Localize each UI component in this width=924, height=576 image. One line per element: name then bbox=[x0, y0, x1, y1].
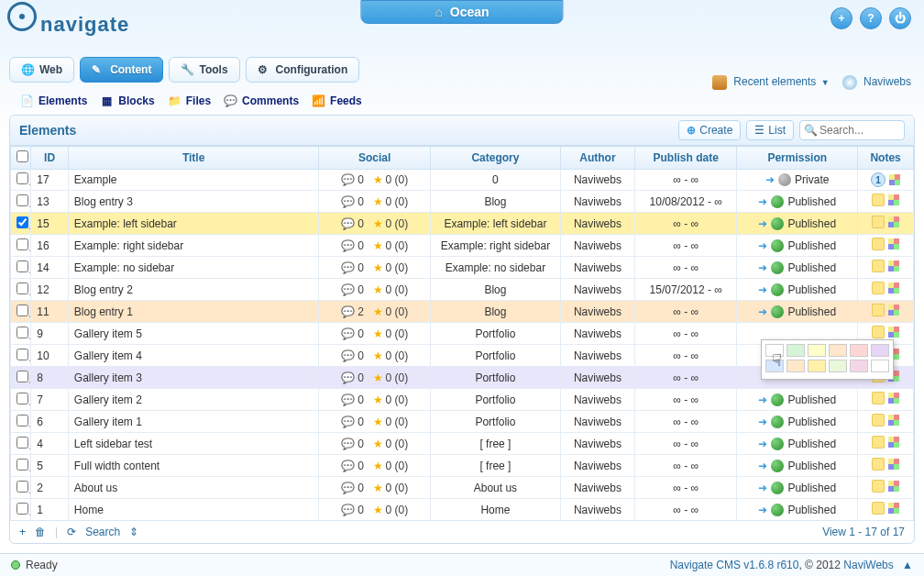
add-button[interactable]: + bbox=[830, 7, 852, 29]
note-icon[interactable] bbox=[872, 414, 885, 426]
color-grid-icon[interactable] bbox=[888, 327, 899, 338]
table-row[interactable]: 11Blog entry 1💬 2 ★ 0 (0)BlogNaviwebs∞ -… bbox=[11, 301, 914, 323]
color-swatch[interactable] bbox=[871, 360, 889, 372]
pager-delete[interactable]: 🗑 bbox=[35, 526, 46, 538]
color-swatch[interactable] bbox=[871, 344, 889, 357]
row-checkbox[interactable] bbox=[16, 415, 28, 426]
subtab-files[interactable]: 📁Files bbox=[168, 94, 211, 107]
color-swatch[interactable] bbox=[829, 344, 847, 357]
create-button[interactable]: ⊕ Create bbox=[678, 120, 741, 140]
note-icon[interactable] bbox=[872, 194, 885, 206]
note-badge[interactable]: 1 bbox=[871, 172, 886, 187]
site-title[interactable]: ⌂ Ocean bbox=[360, 0, 563, 24]
list-button[interactable]: ☰ List bbox=[746, 120, 794, 140]
help-button[interactable]: ? bbox=[860, 7, 882, 29]
col-Permission[interactable]: Permission bbox=[737, 147, 858, 170]
color-swatch[interactable] bbox=[765, 360, 784, 372]
version-link[interactable]: Navigate CMS v1.6.8 r610 bbox=[670, 559, 799, 571]
table-row[interactable]: 16Example: right sidebar💬 0 ★ 0 (0)Examp… bbox=[11, 235, 914, 257]
col-Author[interactable]: Author bbox=[560, 147, 634, 170]
color-swatch[interactable] bbox=[786, 360, 805, 372]
row-checkbox[interactable] bbox=[16, 371, 28, 382]
row-checkbox[interactable] bbox=[16, 327, 28, 338]
color-palette[interactable] bbox=[761, 339, 894, 380]
tab-tools[interactable]: 🔧Tools bbox=[169, 57, 239, 83]
color-grid-icon[interactable] bbox=[888, 260, 899, 271]
row-checkbox[interactable] bbox=[16, 305, 28, 316]
cell-title[interactable]: Gallery item 5 bbox=[68, 323, 319, 345]
company-link[interactable]: NaviWebs bbox=[843, 559, 893, 571]
cell-title[interactable]: Example bbox=[68, 170, 319, 191]
color-swatch[interactable] bbox=[808, 344, 826, 357]
color-grid-icon[interactable] bbox=[888, 437, 899, 448]
color-swatch[interactable] bbox=[786, 344, 805, 357]
note-icon[interactable] bbox=[872, 216, 885, 228]
col-ID[interactable]: ID bbox=[31, 147, 69, 170]
note-icon[interactable] bbox=[872, 480, 885, 493]
cell-title[interactable]: Home bbox=[68, 499, 319, 521]
color-grid-icon[interactable] bbox=[888, 415, 899, 426]
subtab-elements[interactable]: 📄Elements bbox=[20, 94, 87, 107]
recent-elements-link[interactable]: Recent elements ▼ bbox=[712, 75, 830, 90]
table-row[interactable]: 2About us💬 0 ★ 0 (0)About usNaviwebs∞ - … bbox=[11, 477, 914, 499]
color-grid-icon[interactable] bbox=[888, 194, 899, 205]
note-icon[interactable] bbox=[872, 458, 885, 471]
pager-drag[interactable]: ⇕ bbox=[129, 526, 138, 538]
tab-configuration[interactable]: ⚙Configuration bbox=[246, 57, 360, 83]
table-row[interactable]: 15Example: left sidebar💬 0 ★ 0 (0)Exampl… bbox=[11, 213, 914, 235]
row-checkbox[interactable] bbox=[16, 459, 28, 471]
color-grid-icon[interactable] bbox=[888, 503, 899, 514]
user-link[interactable]: Naviwebs bbox=[842, 75, 911, 90]
color-grid-icon[interactable] bbox=[888, 393, 899, 404]
cell-title[interactable]: Gallery item 4 bbox=[68, 345, 319, 367]
note-icon[interactable] bbox=[872, 238, 885, 250]
cell-title[interactable]: Gallery item 3 bbox=[68, 367, 319, 389]
cell-title[interactable]: Full width content bbox=[68, 455, 319, 477]
col-Title[interactable]: Title bbox=[68, 147, 319, 170]
color-grid-icon[interactable] bbox=[888, 216, 899, 227]
row-checkbox[interactable] bbox=[16, 437, 28, 449]
status-caret[interactable]: ▲ bbox=[902, 559, 913, 571]
row-checkbox[interactable] bbox=[16, 260, 28, 272]
cell-title[interactable]: Example: left sidebar bbox=[68, 213, 319, 235]
cell-title[interactable]: Left sidebar test bbox=[68, 433, 319, 455]
row-checkbox[interactable] bbox=[16, 393, 28, 404]
col-Notes[interactable]: Notes bbox=[858, 147, 914, 170]
col-Category[interactable]: Category bbox=[431, 147, 561, 170]
subtab-feeds[interactable]: 📶Feeds bbox=[312, 94, 362, 107]
note-icon[interactable] bbox=[872, 392, 885, 404]
note-icon[interactable] bbox=[872, 282, 885, 294]
cell-title[interactable]: Example: no sidebar bbox=[68, 257, 319, 279]
note-icon[interactable] bbox=[872, 326, 885, 338]
table-row[interactable]: 14Example: no sidebar💬 0 ★ 0 (0)Example:… bbox=[11, 257, 914, 279]
table-row[interactable]: 17Example💬 0 ★ 0 (0)0Naviwebs∞ - ∞➜Priva… bbox=[11, 170, 914, 191]
color-grid-icon[interactable] bbox=[888, 238, 899, 249]
table-row[interactable]: 5Full width content💬 0 ★ 0 (0)[ free ]Na… bbox=[11, 455, 914, 477]
color-swatch[interactable] bbox=[850, 344, 868, 357]
color-grid-icon[interactable] bbox=[888, 459, 899, 470]
tab-web[interactable]: 🌐Web bbox=[9, 57, 74, 83]
row-checkbox[interactable] bbox=[16, 349, 28, 360]
table-row[interactable]: 12Blog entry 2💬 0 ★ 0 (0)BlogNaviwebs15/… bbox=[11, 279, 914, 301]
cell-title[interactable]: Blog entry 1 bbox=[68, 301, 319, 323]
row-checkbox[interactable] bbox=[16, 216, 28, 228]
table-row[interactable]: 13Blog entry 3💬 0 ★ 0 (0)BlogNaviwebs10/… bbox=[11, 191, 914, 213]
tab-content[interactable]: ✎Content bbox=[80, 57, 163, 83]
color-swatch[interactable] bbox=[850, 360, 868, 372]
note-icon[interactable] bbox=[872, 436, 885, 449]
color-swatch[interactable] bbox=[808, 360, 826, 372]
table-row[interactable]: 7Gallery item 2💬 0 ★ 0 (0)PortfolioNaviw… bbox=[11, 389, 914, 411]
note-icon[interactable] bbox=[872, 260, 885, 272]
cell-title[interactable]: Gallery item 2 bbox=[68, 389, 319, 411]
row-checkbox[interactable] bbox=[16, 194, 28, 206]
col-Social[interactable]: Social bbox=[319, 147, 431, 170]
color-grid-icon[interactable] bbox=[889, 174, 900, 185]
row-checkbox[interactable] bbox=[16, 238, 28, 250]
pager-add[interactable]: + bbox=[19, 526, 26, 538]
cell-title[interactable]: Example: right sidebar bbox=[68, 235, 319, 257]
row-checkbox[interactable] bbox=[16, 172, 28, 184]
pager-search-link[interactable]: Search bbox=[85, 526, 120, 538]
table-row[interactable]: 1Home💬 0 ★ 0 (0)HomeNaviwebs∞ - ∞➜Publis… bbox=[11, 499, 914, 521]
select-all-checkbox[interactable] bbox=[16, 150, 28, 162]
subtab-blocks[interactable]: ▦Blocks bbox=[100, 94, 154, 107]
